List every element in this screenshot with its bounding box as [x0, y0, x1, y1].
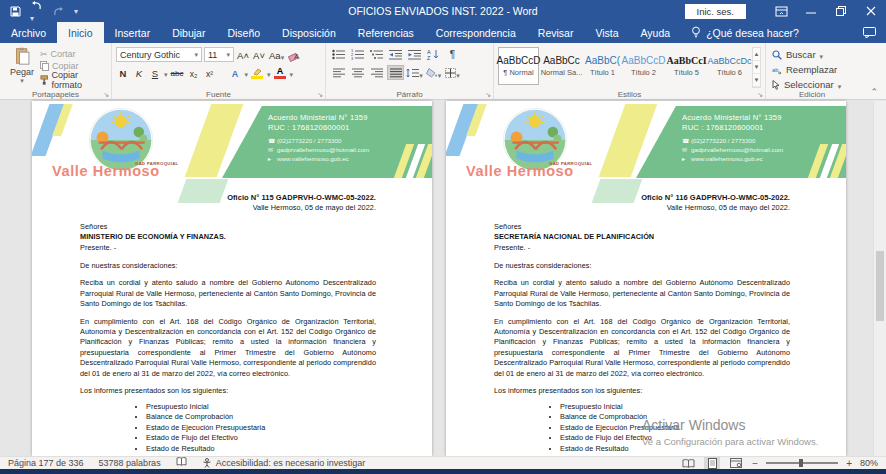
highlight-button[interactable] — [250, 65, 265, 79]
paragraph-1: Reciba un cordial y atento saludo a nomb… — [494, 278, 790, 309]
accessibility-status[interactable]: Accesibilidad: es necesario investigar — [202, 458, 366, 468]
tab-disposicion[interactable]: Disposición — [271, 22, 347, 43]
style-titulo-1[interactable]: AaBbC(Título 1 — [584, 47, 621, 85]
numbering-icon[interactable]: 123 — [349, 47, 366, 62]
align-center-icon[interactable] — [349, 65, 366, 80]
paste-button[interactable]: Pegar ▾ — [4, 46, 40, 86]
print-layout-icon[interactable] — [704, 457, 720, 469]
strikethrough-button[interactable]: abc — [170, 65, 185, 79]
clipboard-dialog-launcher-icon[interactable]: ↘ — [103, 91, 109, 98]
bullets-icon[interactable] — [330, 47, 347, 62]
zoom-in-button[interactable]: + — [846, 458, 852, 469]
styles-scroll-up-icon[interactable]: ▲ — [753, 48, 760, 61]
shading-icon[interactable]: ▾ — [425, 65, 442, 80]
page-indicator[interactable]: Página 177 de 336 — [8, 458, 84, 468]
style-titulo-5[interactable]: AaBbCcITítulo 5 — [666, 47, 707, 85]
document-page-1[interactable]: Acuerdo Ministerial N° 1359 RUC : 176812… — [32, 101, 432, 456]
feedback-icon[interactable] — [863, 22, 886, 43]
save-icon[interactable] — [10, 6, 21, 17]
phone-icon: ☎ — [268, 137, 277, 146]
redo-icon[interactable] — [52, 6, 65, 17]
styles-scroll-down-icon[interactable]: ▼ — [753, 61, 760, 74]
document-page-2[interactable]: Acuerdo Ministerial N° 1359 RUC : 176812… — [446, 101, 846, 456]
italic-button[interactable]: K — [132, 65, 146, 79]
tab-insertar[interactable]: Insertar — [104, 22, 162, 43]
zoom-out-button[interactable]: − — [752, 458, 758, 469]
bold-button[interactable]: N — [116, 65, 130, 79]
line-spacing-icon[interactable]: ▾ — [406, 65, 423, 80]
format-painter-button[interactable]: Copiar formato — [40, 73, 107, 86]
font-color-caret[interactable]: ▾ — [289, 71, 293, 79]
tab-correspondencia[interactable]: Correspondencia — [425, 22, 527, 43]
letter-body[interactable]: Oficio N° 115 GADPRVH-O-WMC-05-2022. Val… — [80, 193, 376, 454]
tab-inicio[interactable]: Inicio — [57, 22, 104, 43]
paragraph-dialog-launcher-icon[interactable]: ↘ — [485, 91, 491, 98]
sort-icon[interactable]: AZ — [425, 47, 442, 62]
replace-button[interactable]: abReemplazar — [772, 63, 852, 76]
show-marks-icon[interactable]: ¶ — [444, 47, 461, 62]
senores: Señores — [494, 222, 790, 232]
tab-revisar[interactable]: Revisar — [527, 22, 585, 43]
justify-icon[interactable] — [387, 65, 404, 80]
letter-body[interactable]: Oficio N° 116 GADPRVH-O-WMC-05-2022. Val… — [494, 193, 790, 456]
style-titulo-6[interactable]: AaBbCcDcTítulo 6 — [709, 47, 750, 85]
cut-button[interactable]: ✂Cortar — [40, 48, 107, 60]
tab-ayuda[interactable]: Ayuda — [630, 22, 682, 43]
vertical-scrollbar[interactable] — [873, 101, 886, 456]
text-effects-button[interactable]: A — [227, 65, 242, 79]
grow-font-button[interactable]: A˄ — [236, 48, 250, 62]
tab-dibujar[interactable]: Dibujar — [161, 22, 216, 43]
font-family-combo[interactable]: Century Gothic▾ — [116, 47, 202, 62]
sign-in-button[interactable]: Inic. ses. — [685, 4, 747, 19]
underline-caret[interactable]: ▾ — [164, 71, 168, 79]
shrink-font-button[interactable]: A˅ — [252, 48, 266, 62]
multilevel-list-icon[interactable] — [368, 47, 385, 62]
superscript-button[interactable]: x² — [202, 65, 216, 79]
ribbon-display-options-icon[interactable] — [766, 0, 796, 22]
paragraph-1: Reciba un cordial y atento saludo a nomb… — [80, 278, 376, 309]
web-layout-icon[interactable] — [728, 457, 744, 469]
read-mode-icon[interactable] — [680, 457, 696, 469]
decrease-indent-icon[interactable] — [387, 47, 404, 62]
minimize-button[interactable] — [796, 0, 826, 22]
style-normal[interactable]: AaBbCcD¶ Normal — [498, 47, 539, 85]
align-right-icon[interactable] — [368, 65, 385, 80]
tab-referencias[interactable]: Referencias — [347, 22, 425, 43]
font-dialog-launcher-icon[interactable]: ↘ — [317, 91, 323, 98]
proofing-icon[interactable] — [176, 457, 187, 469]
report-list-item: Presupuesto Inicial — [146, 402, 376, 413]
highlight-caret[interactable]: ▾ — [267, 71, 271, 79]
subscript-button[interactable]: x₂ — [186, 65, 200, 79]
word-count[interactable]: 53788 palabras — [99, 458, 161, 468]
style-normal-sa[interactable]: AaBbCcNormal Sa... — [541, 47, 582, 85]
undo-icon[interactable]: ▾ — [30, 0, 43, 23]
change-case-button[interactable]: Aa▾ — [268, 48, 285, 62]
font-color-button[interactable]: A — [272, 65, 287, 79]
collapse-ribbon-icon[interactable]: ⌃ — [870, 87, 878, 97]
clear-formatting-button[interactable]: A — [287, 48, 301, 62]
font-size-combo[interactable]: 11▾ — [204, 47, 234, 62]
styles-more-icon[interactable]: ▼ — [753, 74, 760, 87]
find-button[interactable]: Buscar▾ — [772, 48, 852, 61]
tab-vista[interactable]: Vista — [584, 22, 629, 43]
style-titulo-2[interactable]: AaBbCcDTítulo 2 — [623, 47, 664, 85]
tell-me-box[interactable]: ¿Qué desea hacer? — [681, 22, 809, 43]
qat-customize-icon[interactable]: ▾ — [74, 7, 78, 16]
vertical-scrollbar-thumb[interactable] — [876, 251, 884, 321]
borders-icon[interactable]: ▾ — [444, 65, 461, 80]
zoom-level[interactable]: 80% — [860, 458, 878, 468]
zoom-slider[interactable] — [766, 462, 838, 464]
zoom-slider-thumb[interactable] — [799, 459, 803, 467]
text-effects-caret[interactable]: ▾ — [244, 71, 248, 79]
align-left-icon[interactable] — [330, 65, 347, 80]
accessibility-icon — [202, 458, 212, 468]
logo-subtitle: GAD PARROQUIAL — [135, 161, 179, 166]
restore-button[interactable] — [826, 0, 856, 22]
tab-archivo[interactable]: Archivo — [0, 22, 57, 43]
recipient: SECRETARÍA NACIONAL DE PLANIFICACIÓN — [494, 232, 790, 242]
close-button[interactable] — [856, 0, 886, 22]
tab-diseno[interactable]: Diseño — [216, 22, 271, 43]
styles-dialog-launcher-icon[interactable]: ↘ — [757, 91, 763, 98]
underline-button[interactable]: S — [148, 65, 162, 79]
increase-indent-icon[interactable] — [406, 47, 423, 62]
